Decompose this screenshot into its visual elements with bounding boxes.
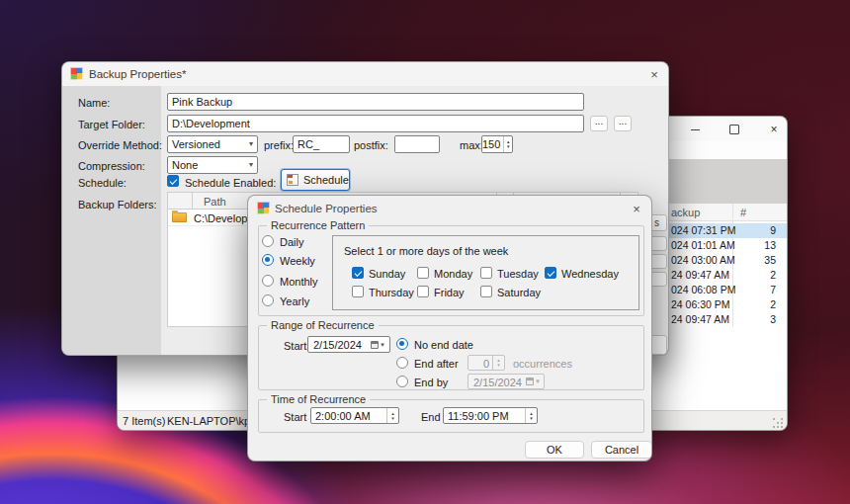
app-icon: [257, 202, 270, 214]
cell-count: 3: [711, 313, 782, 325]
radio-end-after-label[interactable]: End after: [414, 358, 459, 370]
time-end-stepper[interactable]: 11:59:00 PM ▴▾: [443, 407, 538, 424]
radio-yearly-label[interactable]: Yearly: [280, 295, 309, 307]
resize-grip[interactable]: [773, 418, 783, 428]
checkbox-monday-label[interactable]: Monday: [434, 268, 472, 280]
path-column-header[interactable]: Path: [204, 196, 226, 208]
desktop-wallpaper: × ackup # 024 07:31 PM 9 024 01:01 AM 13…: [0, 0, 850, 504]
target-folder-input[interactable]: D:\Development: [167, 115, 584, 132]
cell-count: 2: [711, 298, 782, 310]
radio-yearly[interactable]: [262, 294, 274, 306]
browse-button-1[interactable]: ...: [590, 116, 608, 131]
occurrences-stepper[interactable]: 0 ▴▾: [468, 355, 505, 371]
close-icon[interactable]: ×: [624, 200, 649, 217]
radio-no-end-date-label[interactable]: No end date: [414, 339, 473, 351]
checkbox-thursday[interactable]: [352, 286, 364, 297]
radio-end-by[interactable]: [396, 376, 408, 387]
backup-folders-label: Backup Folders:: [78, 199, 156, 210]
time-start-value: 2:00:00 AM: [311, 408, 386, 423]
checkbox-thursday-label[interactable]: Thursday: [369, 287, 414, 298]
compression-select[interactable]: None ▾: [167, 156, 258, 174]
chevron-down-icon: ▾: [536, 378, 540, 385]
chevron-down-icon: ▾: [249, 139, 253, 152]
radio-no-end-date[interactable]: [396, 338, 408, 350]
checkbox-wednesday-label[interactable]: Wednesday: [561, 268, 619, 280]
schedule-button-label: Schedule: [303, 174, 349, 186]
spinner-arrows-icon[interactable]: ▴▾: [525, 408, 537, 423]
checkbox-saturday[interactable]: [480, 286, 492, 297]
range-start-date: 2/15/2024: [308, 337, 366, 352]
datepicker-button: ▾: [522, 375, 544, 388]
cell-count: 7: [711, 284, 782, 295]
checkbox-saturday-label[interactable]: Saturday: [497, 287, 541, 298]
datepicker-button[interactable]: ▾: [366, 337, 389, 352]
cell-count: 35: [711, 254, 782, 266]
end-by-date: 2/15/2024: [468, 375, 522, 388]
schedule-enabled-label: Schedule Enabled:: [185, 177, 276, 189]
cell-count: 2: [711, 269, 782, 281]
postfix-label: postfix:: [354, 139, 388, 151]
checkbox-monday[interactable]: [417, 267, 429, 279]
name-input[interactable]: Pink Backup: [167, 93, 584, 111]
radio-weekly-label[interactable]: Weekly: [280, 255, 315, 267]
close-icon[interactable]: ×: [641, 65, 667, 83]
radio-monthly[interactable]: [262, 275, 274, 287]
schedule-properties-dialog: Schedule Properties × Recurrence Pattern…: [247, 195, 652, 462]
range-start-label: Start: [284, 340, 306, 352]
schedule-button[interactable]: Schedule: [281, 169, 350, 191]
calendar-icon: [371, 341, 379, 349]
column-header-last-backup[interactable]: ackup: [671, 207, 700, 218]
window-title: Backup Properties*: [89, 68, 186, 80]
browse-button-2[interactable]: ...: [614, 116, 632, 131]
checkbox-tuesday-label[interactable]: Tuesday: [497, 268, 539, 280]
schedule-label: Schedule:: [78, 177, 127, 189]
range-start-datepicker[interactable]: 2/15/2024 ▾: [307, 336, 390, 353]
checkbox-friday[interactable]: [417, 286, 429, 297]
target-folder-label: Target Folder:: [78, 119, 145, 130]
end-by-datepicker[interactable]: 2/15/2024 ▾: [468, 374, 545, 389]
spinner-arrows-icon[interactable]: ▴▾: [503, 136, 512, 152]
time-start-stepper[interactable]: 2:00:00 AM ▴▾: [310, 407, 399, 424]
radio-end-after[interactable]: [396, 357, 408, 369]
override-method-select[interactable]: Versioned ▾: [167, 135, 258, 153]
compression-value: None: [172, 159, 198, 173]
schedule-enabled-checkbox[interactable]: [167, 175, 179, 187]
close-button[interactable]: ×: [758, 121, 788, 138]
checkbox-tuesday[interactable]: [480, 267, 492, 279]
dialog-title: Schedule Properties: [275, 203, 378, 214]
radio-daily[interactable]: [262, 235, 274, 247]
radio-daily-label[interactable]: Daily: [280, 236, 303, 248]
radio-monthly-label[interactable]: Monthly: [280, 276, 318, 288]
app-icon: [70, 67, 83, 80]
checkbox-wednesday[interactable]: [545, 267, 556, 279]
checkbox-sunday-label[interactable]: Sunday: [369, 268, 405, 280]
radio-weekly[interactable]: [262, 254, 274, 266]
prefix-input[interactable]: RC_: [293, 135, 350, 153]
radio-end-by-label[interactable]: End by: [414, 377, 448, 388]
ok-button[interactable]: OK: [525, 441, 584, 459]
column-header-count[interactable]: #: [740, 207, 746, 218]
cell-count: 9: [711, 224, 782, 236]
max-label: max:: [460, 139, 483, 151]
spinner-arrows-icon: ▴▾: [492, 356, 504, 370]
checkbox-friday-label[interactable]: Friday: [434, 287, 465, 298]
maximize-button[interactable]: [719, 121, 750, 138]
time-end-value: 11:59:00 PM: [444, 408, 525, 423]
days-prompt: Select 1 or more days of the week: [344, 245, 508, 257]
chevron-down-icon: ▾: [249, 160, 253, 173]
max-stepper[interactable]: 150 ▴▾: [481, 135, 513, 153]
column-divider: [192, 193, 193, 210]
compression-label: Compression:: [78, 160, 145, 172]
checkbox-sunday[interactable]: [352, 267, 364, 279]
occurrences-value: 0: [468, 356, 492, 370]
time-end-label: End: [421, 411, 441, 423]
minimize-button[interactable]: [679, 121, 711, 138]
time-start-label: Start: [284, 411, 306, 423]
calendar-icon: [526, 378, 534, 385]
calendar-icon: [287, 174, 298, 186]
postfix-input[interactable]: [394, 135, 440, 153]
range-group-label: Range of Recurrence: [267, 319, 379, 331]
cancel-button[interactable]: Cancel: [591, 441, 652, 459]
spinner-arrows-icon[interactable]: ▴▾: [386, 408, 398, 423]
name-label: Name:: [78, 97, 110, 109]
